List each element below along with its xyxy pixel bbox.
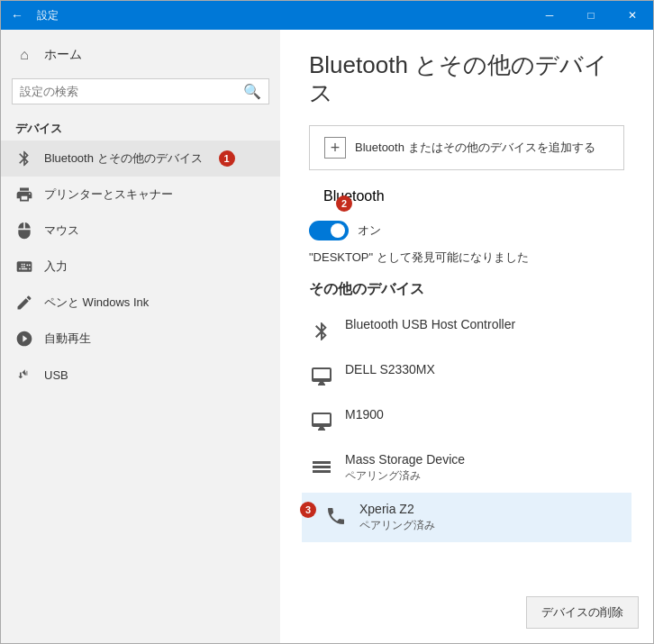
device-item-dell[interactable]: DELL S2330MX bbox=[309, 353, 624, 398]
sidebar-item-usb[interactable]: USB bbox=[1, 357, 280, 393]
toggle-knob bbox=[331, 223, 345, 238]
add-device-button[interactable]: + Bluetooth またはその他のデバイスを追加する bbox=[309, 125, 624, 170]
search-icon: 🔍 bbox=[243, 83, 261, 100]
bluetooth-device-icon bbox=[309, 319, 334, 344]
sidebar-item-printer-label: プリンターとスキャナー bbox=[44, 186, 173, 203]
search-input[interactable] bbox=[20, 85, 238, 98]
badge-3: 3 bbox=[300, 502, 316, 518]
badge-1: 1 bbox=[219, 150, 235, 167]
device-status-xperia: ペアリング済み bbox=[359, 518, 435, 533]
device-item-bt-usb[interactable]: Bluetooth USB Host Controller bbox=[309, 308, 624, 353]
badge-2: 2 bbox=[336, 195, 352, 212]
titlebar: ← 設定 ─ □ ✕ bbox=[1, 1, 653, 30]
device-info-mass-storage: Mass Storage Device ペアリング済み bbox=[345, 452, 465, 484]
keyboard-icon bbox=[15, 258, 33, 276]
page-title: Bluetooth とその他のデバイス bbox=[309, 51, 624, 107]
device-item-mass-storage[interactable]: Mass Storage Device ペアリング済み bbox=[309, 443, 624, 493]
window: ← 設定 ─ □ ✕ ⌂ ホーム 🔍 デバイス bbox=[0, 0, 654, 644]
minimize-button[interactable]: ─ bbox=[529, 1, 570, 30]
device-info-dell: DELL S2330MX bbox=[345, 362, 435, 376]
home-icon: ⌂ bbox=[15, 46, 33, 64]
sidebar-item-bluetooth[interactable]: Bluetooth とその他のデバイス 1 bbox=[1, 141, 280, 177]
device-info-xperia: Xperia Z2 ペアリング済み bbox=[359, 502, 435, 533]
search-box[interactable]: 🔍 bbox=[12, 78, 269, 104]
bluetooth-toggle[interactable] bbox=[309, 221, 349, 240]
sidebar-item-mouse[interactable]: マウス bbox=[1, 213, 280, 249]
sidebar-item-pen-label: ペンと Windows Ink bbox=[44, 295, 149, 311]
device-name-mass-storage: Mass Storage Device bbox=[345, 452, 465, 467]
sidebar-item-bluetooth-label: Bluetooth とその他のデバイス bbox=[44, 150, 203, 167]
pen-icon bbox=[15, 294, 33, 312]
sidebar-item-usb-label: USB bbox=[44, 368, 68, 382]
bluetooth-icon bbox=[15, 150, 33, 168]
home-label: ホーム bbox=[44, 47, 82, 63]
close-button[interactable]: ✕ bbox=[612, 1, 653, 30]
phone-icon-xperia bbox=[323, 503, 349, 529]
device-name-m1900: M1900 bbox=[345, 407, 384, 422]
sidebar-item-printer[interactable]: プリンターとスキャナー bbox=[1, 177, 280, 213]
maximize-button[interactable]: □ bbox=[570, 1, 612, 30]
sidebar-item-pen[interactable]: ペンと Windows Ink bbox=[1, 285, 280, 321]
usb-icon bbox=[15, 366, 33, 384]
plus-icon: + bbox=[324, 137, 346, 159]
other-devices-title: その他のデバイス bbox=[309, 280, 624, 299]
sidebar-section-label: デバイス bbox=[1, 115, 280, 141]
titlebar-left: ← 設定 bbox=[1, 3, 59, 28]
sidebar-item-mouse-label: マウス bbox=[44, 222, 79, 239]
monitor-icon-dell bbox=[309, 364, 334, 389]
device-name-bt-usb: Bluetooth USB Host Controller bbox=[345, 317, 515, 331]
device-status-mass-storage: ペアリング済み bbox=[345, 468, 465, 484]
sidebar-item-input[interactable]: 入力 bbox=[1, 249, 280, 285]
mouse-icon bbox=[15, 222, 33, 240]
bluetooth-section: 2 Bluetooth オン "DESKTOP" として発見可能になりました bbox=[309, 188, 624, 266]
storage-icon bbox=[309, 454, 334, 479]
main-content: Bluetooth とその他のデバイス + Bluetooth またはその他のデ… bbox=[280, 30, 653, 643]
titlebar-title: 設定 bbox=[37, 8, 59, 23]
device-info-m1900: M1900 bbox=[345, 407, 384, 422]
device-item-xperia[interactable]: 3 Xperia Z2 ペアリング済み bbox=[302, 493, 631, 542]
back-button[interactable]: ← bbox=[5, 3, 30, 28]
desktop-discovered-text: "DESKTOP" として発見可能になりました bbox=[309, 249, 624, 266]
sidebar-item-input-label: 入力 bbox=[44, 259, 68, 275]
device-name-xperia: Xperia Z2 bbox=[359, 502, 435, 516]
sidebar: ⌂ ホーム 🔍 デバイス Bluetooth とその他のデバイス 1 bbox=[1, 30, 280, 643]
sidebar-home[interactable]: ⌂ ホーム bbox=[1, 37, 280, 73]
autoplay-icon bbox=[15, 330, 33, 348]
monitor-icon-m1900 bbox=[309, 409, 334, 434]
content: ⌂ ホーム 🔍 デバイス Bluetooth とその他のデバイス 1 bbox=[1, 30, 653, 643]
toggle-text: オン bbox=[358, 222, 381, 239]
delete-device-button[interactable]: デバイスの削除 bbox=[526, 596, 639, 629]
bluetooth-section-label: Bluetooth bbox=[323, 188, 385, 204]
printer-icon bbox=[15, 186, 33, 204]
toggle-row: オン bbox=[309, 221, 624, 240]
device-item-m1900[interactable]: M1900 bbox=[309, 398, 624, 443]
device-name-dell: DELL S2330MX bbox=[345, 362, 435, 376]
device-info-bt-usb: Bluetooth USB Host Controller bbox=[345, 317, 515, 331]
sidebar-item-autoplay-label: 自動再生 bbox=[44, 331, 91, 347]
titlebar-controls: ─ □ ✕ bbox=[529, 1, 653, 30]
sidebar-item-autoplay[interactable]: 自動再生 bbox=[1, 321, 280, 357]
add-device-label: Bluetooth またはその他のデバイスを追加する bbox=[355, 140, 595, 156]
